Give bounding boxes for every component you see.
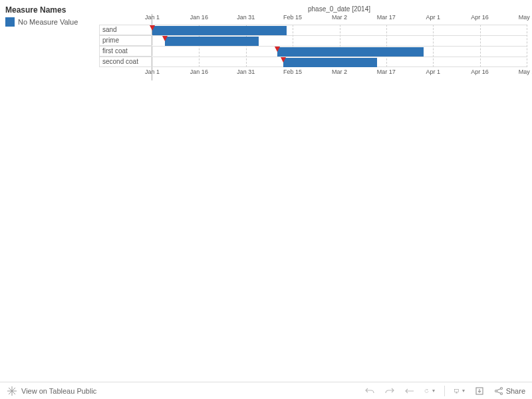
- toolbar-divider: [444, 386, 445, 396]
- axis-tick: Mar 2: [332, 68, 347, 75]
- axis-tick: Jan 31: [237, 14, 255, 21]
- redo-button[interactable]: [384, 386, 395, 396]
- axis-tick: May 1: [519, 68, 532, 75]
- axis-tick: Feb 15: [283, 68, 302, 75]
- gantt-bar[interactable]: [283, 58, 377, 67]
- presentation-button[interactable]: ▾: [454, 386, 465, 396]
- marker-icon: [150, 25, 155, 31]
- svg-rect-4: [454, 389, 458, 392]
- chart-area: phase_0_date [2014] sandprimefirst coats…: [98, 5, 527, 80]
- gantt-bar[interactable]: [165, 37, 259, 46]
- legend-item-label: No Measure Value: [18, 18, 78, 26]
- gantt-bar[interactable]: [277, 47, 424, 57]
- axis-tick: Mar 2: [332, 14, 347, 21]
- gantt-chart[interactable]: sandprimefirst coatsecond coat Jan 1Jan …: [152, 14, 527, 80]
- legend: Measure Names No Measure Value: [5, 5, 98, 80]
- axis-tick: Apr 16: [471, 14, 489, 21]
- axis-title-top: phase_0_date [2014]: [152, 5, 527, 13]
- undo-button[interactable]: [364, 386, 375, 396]
- marker-icon: [281, 57, 286, 63]
- marker-icon: [162, 36, 168, 41]
- gantt-row[interactable]: [152, 57, 527, 67]
- share-button[interactable]: Share: [494, 386, 525, 396]
- row-label: prime: [99, 35, 152, 46]
- svg-line-13: [497, 392, 501, 394]
- axis-tick: Feb 15: [283, 14, 302, 21]
- axis-tick: Jan 31: [237, 68, 255, 75]
- legend-item[interactable]: No Measure Value: [5, 17, 92, 27]
- view-on-tableau-button[interactable]: View on Tableau Public: [21, 387, 96, 395]
- legend-title: Measure Names: [5, 5, 92, 15]
- axis-tick: May 1: [519, 14, 532, 21]
- axis-tick: Jan 16: [190, 14, 208, 21]
- axis-tick: Apr 1: [426, 14, 440, 21]
- axis-tick: Apr 1: [426, 68, 440, 75]
- legend-swatch: [5, 17, 15, 27]
- axis-tick: Jan 16: [190, 68, 208, 75]
- axis-tick: Jan 1: [145, 14, 160, 21]
- revert-button[interactable]: [404, 386, 415, 396]
- axis-tick: Mar 17: [377, 14, 396, 21]
- row-label: second coat: [99, 57, 152, 67]
- toolbar: View on Tableau Public ▾ ▾ Share: [0, 382, 532, 399]
- gantt-row[interactable]: [152, 46, 527, 57]
- marker-icon: [275, 47, 280, 52]
- row-label: sand: [99, 25, 152, 35]
- axis-tick: Apr 16: [471, 68, 489, 75]
- download-button[interactable]: [474, 386, 485, 396]
- svg-line-12: [497, 388, 501, 390]
- tableau-logo-icon: [7, 386, 17, 396]
- gantt-row[interactable]: [152, 35, 527, 46]
- gantt-bar[interactable]: [152, 26, 287, 35]
- axis-tick: Jan 1: [145, 68, 160, 75]
- row-label: first coat: [99, 46, 152, 57]
- share-label: Share: [506, 387, 525, 395]
- gantt-row[interactable]: [152, 25, 527, 35]
- axis-tick: Mar 17: [377, 68, 396, 75]
- refresh-button[interactable]: ▾: [424, 386, 435, 396]
